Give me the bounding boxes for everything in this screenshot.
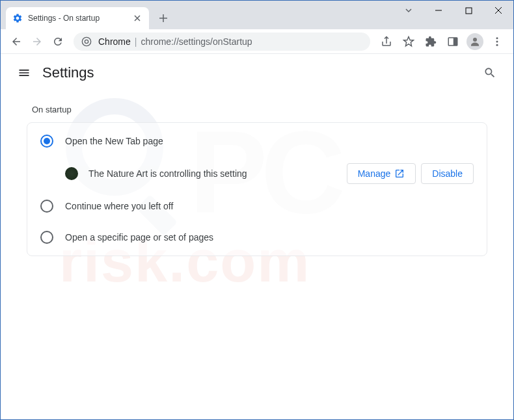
page-title: Settings [42,64,94,81]
back-button[interactable] [6,31,27,52]
reload-button[interactable] [47,31,68,52]
new-tab-button[interactable] [154,9,172,27]
tab-title: Settings - On startup [28,14,132,23]
option-label: Open a specific page or set of pages [65,232,213,243]
svg-rect-4 [453,38,457,46]
search-button[interactable] [477,60,503,86]
content: On startup Open the New Tab page The Nat… [1,92,513,269]
minimize-button[interactable] [424,1,453,20]
extension-notice: The Nature Art is controlling this setti… [27,157,487,190]
extension-icon [65,167,78,180]
svg-point-6 [496,37,498,39]
extension-message: The Nature Art is controlling this setti… [88,168,347,179]
close-tab-icon[interactable] [132,13,142,23]
sidepanel-icon[interactable] [442,31,463,52]
radio-unselected-icon [40,200,53,213]
extensions-icon[interactable] [420,31,441,52]
omnibox-separator: | [135,36,137,47]
svg-point-5 [473,38,477,42]
section-title: On startup [32,105,487,114]
maximize-button[interactable] [453,1,483,20]
manage-button[interactable]: Manage [347,163,416,184]
omnibox-prefix: Chrome [98,36,131,47]
bookmark-icon[interactable] [398,31,419,52]
omnibox[interactable]: Chrome | chrome://settings/onStartup [74,33,370,51]
option-label: Continue where you left off [65,201,173,211]
omnibox-url: chrome://settings/onStartup [141,36,252,47]
option-specific-pages[interactable]: Open a specific page or set of pages [27,222,487,253]
gear-icon [12,13,23,23]
menu-icon[interactable] [487,31,507,52]
option-new-tab[interactable]: Open the New Tab page [27,125,487,157]
manage-label: Manage [358,168,391,179]
forward-button [27,31,47,52]
browser-tab[interactable]: Settings - On startup [6,7,149,29]
titlebar: Settings - On startup [1,1,513,29]
addressbar: Chrome | chrome://settings/onStartup [1,29,513,54]
chrome-icon [81,36,92,47]
startup-card: Open the New Tab page The Nature Art is … [27,122,487,256]
disable-button[interactable]: Disable [421,163,474,184]
radio-unselected-icon [40,231,53,244]
disable-label: Disable [432,168,463,179]
svg-point-2 [85,40,88,43]
settings-header: Settings [1,54,513,92]
svg-point-8 [496,44,498,46]
hamburger-menu-button[interactable] [11,60,37,86]
profile-avatar[interactable] [467,33,483,50]
svg-point-1 [82,37,90,46]
chevron-down-icon[interactable] [394,1,424,20]
external-link-icon [394,168,405,179]
close-button[interactable] [483,1,513,20]
option-label: Open the New Tab page [65,136,163,146]
svg-point-7 [496,40,498,42]
option-continue[interactable]: Continue where you left off [27,190,487,222]
radio-selected-icon [40,135,53,148]
share-icon[interactable] [376,31,397,52]
svg-rect-0 [466,8,472,14]
